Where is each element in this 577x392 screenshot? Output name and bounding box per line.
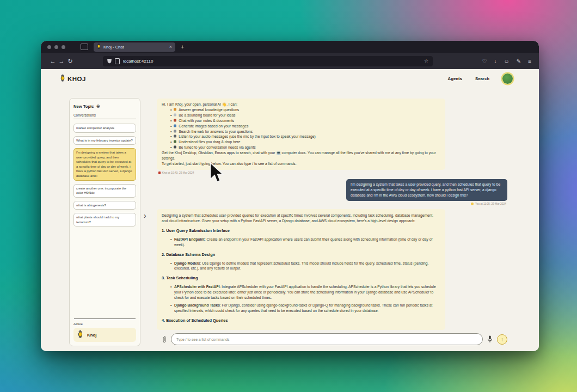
welcome-capability-item: • Answer general knowledge questions — [170, 107, 440, 113]
chat-message-input[interactable] — [171, 333, 483, 345]
response-bullet: Django Background Tasks: For Django, con… — [170, 303, 440, 314]
response-bullet: Django Models: Use Django to define mode… — [170, 261, 440, 272]
active-agent-name: Khoj — [87, 333, 96, 338]
response-heading: 4. Execution of Scheduled Queries — [162, 318, 440, 324]
capability-text: Search the web for answers to your quest… — [179, 129, 253, 134]
bookmark-star-icon[interactable]: ☆ — [424, 58, 428, 64]
tracking-protection-shield-icon[interactable] — [107, 59, 112, 64]
web-search-icon — [174, 130, 176, 132]
response-bullet: APScheduler with FastAPI: Integrate APSc… — [170, 284, 440, 301]
forward-icon[interactable]: → — [57, 58, 66, 64]
nav-agents-link[interactable]: Agents — [448, 76, 462, 81]
window-zoom-button[interactable] — [62, 45, 65, 49]
tab-title: Khoj - Chat — [103, 45, 124, 50]
conversation-title: market competitor analysis — [76, 126, 114, 130]
welcome-outro: Get the Khoj Desktop, Obsidian, Emacs ap… — [162, 150, 440, 161]
welcome-capability-item: • Listen to your audio messages (use the… — [170, 134, 440, 139]
mouse-cursor — [210, 162, 224, 182]
response-heading: 2. Database Schema Design — [162, 252, 440, 258]
capability-text: Understand files you drag & drop here — [179, 139, 240, 145]
capability-text: Listen to your audio messages (use the m… — [179, 134, 315, 139]
active-agent-card[interactable]: Khoj — [73, 328, 136, 342]
khoj-lantern-icon — [77, 330, 83, 339]
conversation-item[interactable]: market competitor analysis — [73, 124, 136, 133]
pocket-icon[interactable]: ♡ — [482, 58, 487, 64]
response-heading: 3. Task Scheduling — [162, 275, 440, 281]
send-message-button[interactable]: ↑ — [497, 334, 507, 345]
welcome-capability-item: • Chat with your notes & documents — [170, 118, 440, 124]
response-paragraph: Designing a system that schedules user-p… — [162, 213, 440, 224]
downloads-icon[interactable]: ↓ — [494, 58, 497, 64]
khoj-lantern-icon — [60, 75, 65, 83]
thought-balloon-icon — [174, 113, 176, 116]
active-label: Active — [73, 322, 136, 326]
capability-text: Answer general knowledge questions — [179, 107, 239, 113]
books-icon — [174, 119, 176, 121]
app-header: KHOJ Agents Search — [41, 69, 539, 85]
conversation-title: what is abiogenesis? — [76, 204, 106, 207]
plus-circle-icon: ⊕ — [96, 103, 100, 109]
page-info-icon[interactable] — [115, 58, 120, 64]
picture-icon — [174, 124, 176, 127]
conversation-item[interactable]: what plants should i add to my terrarium… — [73, 213, 136, 226]
extensions-icon[interactable]: ✎ — [517, 58, 521, 64]
khoj-lantern-icon — [97, 44, 101, 49]
robot-icon — [174, 146, 176, 149]
url-bar[interactable]: localhost:42110 ☆ — [103, 56, 433, 66]
logo-text: KHOJ — [67, 76, 86, 82]
conversation-title: I'm designing a system that takes a user… — [76, 151, 132, 177]
response-bullet: FastAPI Endpoint: Create an endpoint in … — [170, 237, 440, 248]
firefox-view-icon[interactable] — [81, 44, 88, 50]
khoj-response-message: Designing a system that schedules user-p… — [157, 209, 445, 330]
user-smiley-icon — [471, 203, 474, 205]
nav-search-link[interactable]: Search — [475, 76, 489, 81]
conversations-sidebar: New Topic ⊕ Conversations market competi… — [69, 98, 140, 346]
desktop-background: Khoj - Chat × + ← → ↻ localhost:42110 ☆ … — [0, 0, 577, 392]
conversations-label: Conversations — [73, 113, 136, 119]
welcome-capability-item: • Generate images based on your messages — [170, 124, 440, 129]
user-message-timestamp: You at 11:05, 29 Mar 2024 — [158, 203, 506, 205]
new-tab-button[interactable]: + — [181, 44, 184, 50]
chat-body: Hi, I am Khoj, your open, personal AI 👋.… — [157, 99, 509, 331]
welcome-capabilities-list: • Answer general knowledge questions • B… — [162, 107, 440, 150]
account-icon[interactable]: ☺ — [504, 58, 510, 64]
sidebar-collapse-chevron-icon[interactable]: › — [144, 212, 146, 219]
khoj-app: KHOJ Agents Search New Topic ⊕ Conversat… — [41, 69, 539, 351]
attach-file-paperclip-icon[interactable] — [162, 335, 167, 344]
khoj-lantern-icon — [60, 75, 65, 82]
response-heading: 1. User Query Submission Interface — [162, 228, 440, 234]
microphone-icon[interactable] — [487, 335, 493, 343]
welcome-getting-started: To get started, just start typing below.… — [162, 161, 440, 167]
conversation-list: market competitor analysisWhat is in my … — [73, 124, 136, 230]
browser-tab[interactable]: Khoj - Chat × — [94, 42, 175, 52]
khoj-logo[interactable]: KHOJ — [60, 75, 86, 83]
welcome-capability-item: • Be a sounding board for your ideas — [170, 113, 440, 118]
khoj-lantern-icon — [158, 171, 161, 174]
tab-close-icon[interactable]: × — [169, 44, 172, 50]
capability-text: Chat with your notes & documents — [179, 118, 234, 124]
new-topic-button[interactable]: New Topic ⊕ — [73, 103, 136, 109]
conversation-item[interactable]: What is in my february investor update? — [73, 136, 136, 145]
window-minimize-button[interactable] — [54, 45, 58, 49]
capability-text: Generate images based on your messages — [179, 124, 248, 129]
menu-icon[interactable]: ≡ — [528, 58, 531, 64]
conversation-item[interactable]: I'm designing a system that takes a user… — [73, 148, 136, 180]
url-text: localhost:42110 — [123, 59, 153, 64]
browser-tab-strip: Khoj - Chat × + — [41, 41, 539, 53]
conversation-item[interactable]: what is abiogenesis? — [73, 201, 136, 210]
microphone-icon — [174, 135, 176, 138]
capability-text: Be a sounding board for your ideas — [179, 113, 235, 118]
files-icon — [174, 140, 176, 143]
welcome-capability-item: • Search the web for answers to your que… — [170, 129, 440, 134]
chat-input-bar: ↑ — [162, 332, 507, 346]
conversation-title: What is in my february investor update? — [76, 139, 133, 142]
conversation-item[interactable]: create another one. incorporate the colo… — [73, 184, 136, 198]
window-close-button[interactable] — [47, 45, 51, 49]
back-icon[interactable]: ← — [48, 58, 57, 64]
browser-toolbar: ← → ↻ localhost:42110 ☆ ♡↓☺✎≡ — [41, 53, 539, 69]
conversation-title: what plants should i add to my terrarium… — [76, 216, 119, 224]
user-avatar[interactable] — [502, 74, 513, 84]
user-message-bubble: I'm designing a system that takes a user… — [346, 179, 507, 201]
reload-icon[interactable]: ↻ — [66, 58, 75, 65]
header-nav: Agents Search — [448, 74, 513, 84]
